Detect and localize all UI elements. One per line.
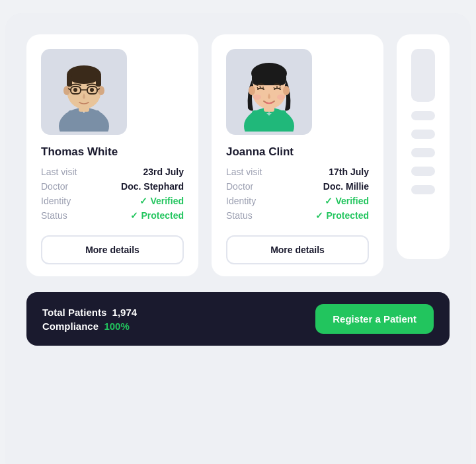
svg-point-26	[249, 86, 255, 95]
doctor-label-joanna: Doctor	[226, 181, 253, 192]
identity-label-thomas: Identity	[41, 196, 71, 206]
status-value-thomas: ✓ Protected	[130, 210, 184, 221]
svg-point-34	[253, 95, 261, 100]
checkmark-status-thomas: ✓	[130, 210, 138, 221]
placeholder-line-5	[411, 185, 435, 194]
info-row-status-thomas: Status ✓ Protected	[41, 210, 184, 221]
placeholder-line-4	[411, 167, 435, 176]
svg-point-17	[90, 88, 94, 92]
stats-block: Total Patients 1,974 Compliance 100%	[42, 307, 137, 332]
svg-point-9	[63, 86, 70, 95]
avatar-joanna	[226, 49, 312, 135]
register-patient-button[interactable]: Register a Patient	[315, 304, 434, 334]
identity-value-thomas: ✓ Verified	[139, 196, 184, 206]
compliance-line: Compliance 100%	[42, 321, 137, 332]
compliance-value: 100%	[104, 321, 129, 332]
info-row-doctor-thomas: Doctor Doc. Stephard	[41, 181, 184, 192]
info-row-last-visit-joanna: Last visit 17th July	[226, 167, 369, 177]
svg-point-16	[73, 88, 77, 92]
doctor-label-thomas: Doctor	[41, 181, 68, 192]
more-details-button-joanna[interactable]: More details	[226, 235, 369, 264]
info-row-last-visit-thomas: Last visit 23rd July	[41, 167, 184, 177]
svg-point-35	[277, 95, 285, 100]
svg-rect-1	[68, 110, 100, 132]
cards-row: Thomas White Last visit 23rd July Doctor…	[26, 34, 450, 276]
checkmark-identity-thomas: ✓	[139, 196, 147, 206]
avatar-thomas	[41, 49, 127, 135]
identity-value-joanna: ✓ Verified	[325, 196, 369, 206]
info-row-identity-thomas: Identity ✓ Verified	[41, 196, 184, 206]
svg-point-10	[98, 86, 104, 95]
status-label-joanna: Status	[226, 210, 253, 221]
doctor-value-thomas: Doc. Stephard	[121, 181, 184, 192]
patient-card-joanna: Joanna Clint Last visit 17th July Doctor…	[212, 34, 383, 276]
placeholder-avatar	[411, 49, 435, 102]
svg-point-27	[283, 86, 290, 95]
status-label-thomas: Status	[41, 210, 67, 221]
placeholder-line-2	[411, 130, 435, 139]
svg-rect-25	[252, 72, 286, 85]
more-details-button-thomas[interactable]: More details	[41, 235, 184, 264]
checkmark-identity-joanna: ✓	[325, 196, 333, 206]
identity-label-joanna: Identity	[226, 196, 256, 206]
doctor-value-joanna: Doc. Millie	[323, 181, 369, 192]
placeholder-line-1	[411, 111, 435, 120]
patient-name-joanna: Joanna Clint	[226, 145, 369, 159]
placeholder-line-3	[411, 148, 435, 157]
checkmark-status-joanna: ✓	[315, 210, 323, 221]
last-visit-label-thomas: Last visit	[41, 167, 77, 177]
card-placeholder-third	[397, 34, 450, 259]
patient-card-thomas: Thomas White Last visit 23rd July Doctor…	[26, 34, 198, 276]
status-value-joanna: ✓ Protected	[315, 210, 369, 221]
bottom-bar: Total Patients 1,974 Compliance 100% Reg…	[26, 292, 450, 346]
info-row-doctor-joanna: Doctor Doc. Millie	[226, 181, 369, 192]
info-row-identity-joanna: Identity ✓ Verified	[226, 196, 369, 206]
info-row-status-joanna: Status ✓ Protected	[226, 210, 369, 221]
total-label: Total Patients	[42, 307, 106, 318]
last-visit-value-joanna: 17th July	[329, 167, 369, 177]
last-visit-value-thomas: 23rd July	[143, 167, 184, 177]
total-patients-line: Total Patients 1,974	[42, 307, 137, 318]
total-value: 1,974	[112, 307, 138, 318]
patient-name-thomas: Thomas White	[41, 145, 184, 159]
app-container: Thomas White Last visit 23rd July Doctor…	[5, 13, 471, 464]
compliance-label: Compliance	[42, 321, 99, 332]
last-visit-label-joanna: Last visit	[226, 167, 262, 177]
